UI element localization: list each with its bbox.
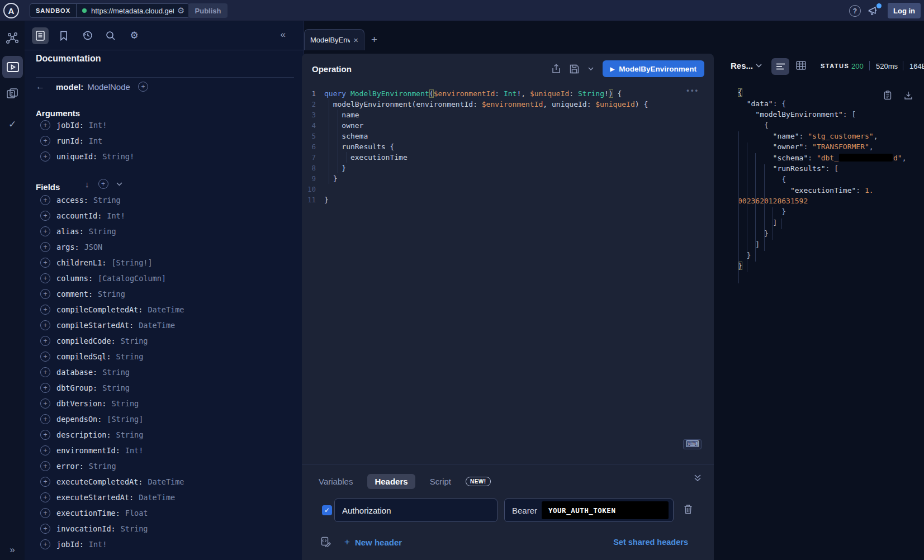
- field-type[interactable]: [CatalogColumn]: [98, 274, 166, 283]
- add-field-icon[interactable]: +: [40, 242, 50, 252]
- add-field-icon[interactable]: +: [40, 226, 50, 236]
- field-type[interactable]: DateTime: [148, 477, 184, 486]
- field-type[interactable]: Int!: [107, 211, 125, 220]
- field-type[interactable]: String: [93, 196, 121, 205]
- field-row[interactable]: +columns:[CatalogColumn]: [40, 273, 166, 284]
- add-field-icon[interactable]: +: [138, 82, 148, 92]
- add-field-icon[interactable]: +: [40, 273, 50, 283]
- add-field-icon[interactable]: +: [40, 414, 50, 424]
- add-field-icon[interactable]: +: [40, 195, 50, 205]
- bottom-tab-script[interactable]: Script: [430, 477, 451, 486]
- add-field-icon[interactable]: +: [40, 305, 50, 315]
- field-type[interactable]: String: [111, 399, 139, 408]
- field-type[interactable]: Int!: [89, 121, 107, 130]
- field-type[interactable]: String: [116, 352, 144, 361]
- add-field-icon[interactable]: +: [40, 151, 50, 162]
- set-shared-headers-link[interactable]: Set shared headers: [613, 538, 688, 547]
- field-row[interactable]: +compileCompletedAt:DateTime: [40, 304, 184, 315]
- bottom-tab-variables[interactable]: Variables: [319, 477, 353, 486]
- code-line[interactable]: 7 executionTime: [302, 152, 714, 163]
- auth-token-chip[interactable]: YOUR_AUTH_TOKEN: [542, 501, 669, 519]
- breadcrumb-type-link[interactable]: ModelNode: [87, 82, 130, 92]
- add-field-icon[interactable]: +: [40, 336, 50, 346]
- code-line[interactable]: 9 }: [302, 173, 714, 184]
- code-line[interactable]: 1query ModelByEnvironment($environmentId…: [302, 88, 714, 99]
- field-row[interactable]: +alias:String: [40, 226, 116, 237]
- argument-row[interactable]: +runId:Int: [40, 135, 102, 146]
- add-field-icon[interactable]: +: [40, 477, 50, 487]
- code-line[interactable]: 2 modelByEnvironment(environmentId: $env…: [302, 99, 714, 110]
- code-line[interactable]: 6 runResults {: [302, 141, 714, 152]
- field-type[interactable]: DateTime: [148, 305, 184, 314]
- sort-fields-icon[interactable]: ↓: [85, 179, 89, 189]
- delete-header-icon[interactable]: [684, 504, 693, 514]
- share-operation-icon[interactable]: [552, 64, 561, 74]
- field-row[interactable]: +childrenL1:[String!]: [40, 257, 153, 268]
- field-type[interactable]: JSON: [84, 243, 103, 251]
- field-type[interactable]: String: [89, 462, 116, 471]
- table-view-toggle-icon[interactable]: [796, 61, 806, 70]
- field-type[interactable]: [String!]: [111, 258, 152, 267]
- keyboard-shortcuts-icon[interactable]: ⌨: [683, 439, 702, 449]
- field-row[interactable]: +accountId:Int!: [40, 210, 125, 221]
- field-row[interactable]: +invocationId:String: [40, 523, 148, 534]
- field-type[interactable]: [String]: [107, 415, 143, 424]
- code-line[interactable]: 5 schema: [302, 131, 714, 141]
- argument-row[interactable]: +jobId:Int!: [40, 120, 107, 131]
- schema-graph-icon[interactable]: [0, 31, 25, 45]
- field-row[interactable]: +executeStartedAt:DateTime: [40, 492, 175, 503]
- field-row[interactable]: +description:String: [40, 429, 143, 440]
- field-row[interactable]: +access:String: [40, 194, 121, 206]
- add-field-icon[interactable]: +: [40, 461, 50, 471]
- explorer-nav-item[interactable]: [2, 56, 23, 78]
- add-field-icon[interactable]: +: [40, 508, 50, 518]
- code-line[interactable]: 11}: [302, 194, 714, 205]
- field-row[interactable]: +environmentId:Int!: [40, 445, 143, 456]
- help-icon[interactable]: ?: [849, 5, 861, 17]
- add-field-icon[interactable]: +: [40, 367, 50, 377]
- add-field-icon[interactable]: +: [40, 258, 50, 268]
- bottom-tab-headers[interactable]: Headers: [367, 474, 415, 489]
- json-view-toggle-icon[interactable]: [771, 58, 789, 75]
- add-field-icon[interactable]: +: [40, 539, 50, 549]
- checks-nav-icon[interactable]: ✓: [0, 118, 25, 130]
- add-field-icon[interactable]: +: [40, 524, 50, 534]
- field-row[interactable]: +compiledSql:String: [40, 351, 143, 362]
- apollo-logo-icon[interactable]: A: [3, 3, 19, 18]
- announcements-icon[interactable]: [868, 5, 880, 17]
- publish-button[interactable]: Publish: [188, 3, 228, 18]
- collapse-docs-icon[interactable]: «: [281, 29, 286, 40]
- field-row[interactable]: +compileStartedAt:DateTime: [40, 320, 175, 331]
- field-row[interactable]: +args:JSON: [40, 241, 102, 253]
- field-row[interactable]: +error:String: [40, 461, 116, 472]
- code-line[interactable]: 4 owner: [302, 120, 714, 131]
- changelog-nav-icon[interactable]: [0, 87, 25, 100]
- field-type[interactable]: Int!: [89, 540, 107, 549]
- field-row[interactable]: +dbtVersion:String: [40, 398, 139, 409]
- field-type[interactable]: String: [121, 336, 148, 345]
- add-field-icon[interactable]: +: [40, 445, 50, 455]
- field-type[interactable]: String: [102, 383, 130, 392]
- add-field-icon[interactable]: +: [40, 383, 50, 393]
- close-tab-icon[interactable]: ×: [353, 35, 358, 45]
- add-field-icon[interactable]: +: [40, 320, 50, 330]
- add-field-icon[interactable]: +: [40, 120, 50, 130]
- environment-variables-icon[interactable]: [321, 537, 331, 547]
- field-row[interactable]: +database:String: [40, 367, 130, 378]
- field-row[interactable]: +executeCompletedAt:DateTime: [40, 476, 184, 487]
- save-options-chevron-icon[interactable]: [588, 67, 594, 70]
- settings-tab-icon[interactable]: ⚙: [126, 27, 143, 44]
- endpoint-bar[interactable]: SANDBOX https://metadata.cloud.get ⚙: [30, 3, 189, 18]
- add-field-icon[interactable]: +: [40, 398, 50, 409]
- back-arrow-icon[interactable]: ←: [36, 82, 53, 92]
- field-type[interactable]: Int!: [125, 446, 144, 455]
- endpoint-url-input[interactable]: https://metadata.cloud.get: [91, 7, 174, 15]
- history-tab-icon[interactable]: [79, 27, 96, 44]
- operation-tab[interactable]: ModelByEnvi... ×: [304, 29, 364, 50]
- field-type[interactable]: DateTime: [139, 493, 175, 502]
- field-type[interactable]: DateTime: [139, 321, 175, 330]
- field-type[interactable]: String: [102, 368, 130, 377]
- search-tab-icon[interactable]: [102, 27, 119, 44]
- code-line[interactable]: 10: [302, 184, 714, 194]
- add-field-icon[interactable]: +: [40, 136, 50, 146]
